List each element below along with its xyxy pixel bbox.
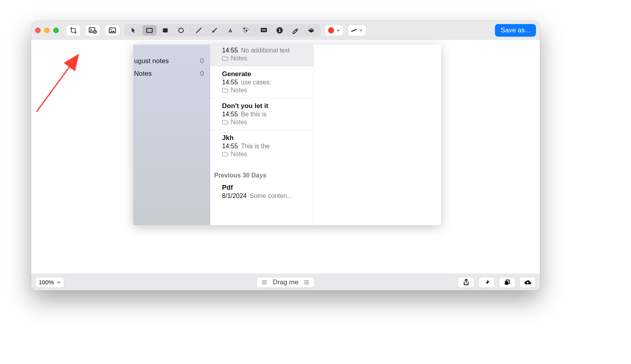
crop-icon [69, 26, 77, 34]
share-button[interactable] [458, 277, 474, 288]
svg-rect-12 [246, 28, 247, 29]
drag-label: Drag me [273, 278, 298, 286]
svg-rect-6 [147, 28, 152, 33]
note-item: Don't you let it 14:55Be this is Notes [210, 98, 313, 130]
svg-point-8 [179, 28, 183, 33]
note-time: 14:55 [222, 47, 238, 54]
note-time: 14:55 [222, 79, 238, 86]
tool-pointer[interactable] [127, 25, 141, 35]
add-image-button[interactable] [85, 24, 101, 36]
svg-point-5 [110, 29, 112, 30]
note-item: Jkh 14:55This is the Notes [210, 130, 313, 162]
note-folder: Notes [231, 87, 247, 94]
note-title: Jkh [222, 134, 305, 142]
upload-button[interactable] [519, 277, 536, 288]
tool-redact[interactable] [304, 25, 318, 35]
note-title: Don't you let it [222, 102, 305, 110]
minimize-window-button[interactable] [44, 28, 50, 33]
note-preview: use cases: [241, 79, 271, 86]
pin-icon [484, 279, 490, 286]
list-section-header: Previous 30 Days [210, 162, 313, 182]
note-preview: This is the [241, 143, 270, 149]
folder-icon [222, 88, 228, 93]
canvas-area[interactable]: ugust notes 0 Notes 0 14:55No additional… [31, 40, 540, 274]
close-window-button[interactable] [35, 28, 41, 33]
titlebar: 1 Save as... [31, 21, 540, 40]
svg-rect-16 [245, 32, 246, 33]
sidebar-item-count: 0 [200, 57, 204, 65]
zoom-selector[interactable]: 100% [35, 277, 64, 288]
pin-button[interactable] [478, 277, 495, 288]
fill-color-picker[interactable] [325, 24, 344, 36]
copy-button[interactable] [499, 277, 515, 288]
svg-rect-11 [243, 28, 245, 29]
picture-icon [108, 27, 117, 34]
crop-button[interactable] [66, 24, 81, 36]
redact-icon [307, 27, 315, 34]
note-preview: Some conten… [250, 192, 293, 199]
tool-filled-rect[interactable] [158, 25, 172, 35]
tool-highlight[interactable] [288, 25, 302, 35]
note-time: 14:55 [222, 143, 238, 149]
chevron-down-icon [336, 28, 340, 32]
note-folder: Notes [231, 119, 247, 126]
counter-icon: 1 [276, 27, 283, 34]
note-item-selected: 14:55No additional text Notes [210, 45, 313, 66]
sidebar-item-label: ugust notes [134, 57, 169, 65]
text-icon [227, 27, 233, 34]
tool-line[interactable] [192, 25, 206, 35]
tool-text[interactable] [223, 25, 237, 35]
note-time: 8/1/2024 [222, 192, 246, 199]
note-folder: Notes [231, 55, 247, 62]
svg-rect-15 [248, 29, 249, 30]
note-title: Pdf [222, 184, 305, 192]
tool-counter[interactable]: 1 [273, 25, 287, 35]
picture-button[interactable] [105, 24, 120, 36]
arrow-icon [211, 27, 218, 34]
svg-text:1: 1 [278, 28, 281, 33]
footer-bar: 100% Drag me [31, 274, 540, 290]
annotation-arrow [35, 52, 88, 114]
notes-list: 14:55No additional text Notes Generate 1… [210, 45, 314, 225]
svg-line-22 [37, 56, 78, 112]
callout-icon [260, 27, 268, 34]
tool-circle[interactable] [174, 25, 188, 35]
window-traffic-lights [35, 28, 59, 33]
tool-rectangle[interactable] [142, 25, 157, 35]
svg-rect-14 [246, 30, 247, 32]
tool-segmented-control: 1 [124, 24, 321, 37]
pointer-icon [131, 27, 136, 34]
folder-icon [222, 120, 228, 125]
grip-icon [304, 280, 310, 285]
note-folder: Notes [231, 151, 247, 158]
footer-actions [458, 277, 536, 288]
maximize-window-button[interactable] [53, 28, 59, 33]
chevron-down-icon [359, 28, 363, 32]
note-time: 14:55 [222, 111, 238, 118]
tool-callout[interactable] [257, 25, 271, 35]
sidebar-item-count: 0 [200, 70, 204, 78]
image-plus-icon [88, 27, 97, 34]
note-content-area [314, 45, 441, 225]
drag-handle[interactable]: Drag me [256, 277, 314, 288]
rectangle-icon [146, 28, 153, 33]
stroke-picker[interactable] [347, 24, 366, 36]
note-preview: Be this is [241, 111, 267, 118]
notes-sidebar: ugust notes 0 Notes 0 [133, 45, 210, 225]
svg-line-21 [352, 29, 357, 31]
chevron-down-icon [57, 280, 61, 284]
sidebar-item-label: Notes [134, 70, 151, 78]
tool-blur[interactable] [239, 25, 253, 35]
svg-line-9 [196, 28, 201, 33]
tool-arrow[interactable] [207, 25, 222, 35]
blur-icon [243, 27, 249, 34]
folder-icon [222, 56, 228, 61]
stroke-line-icon [351, 28, 357, 32]
svg-rect-18 [262, 30, 266, 30]
filled-rect-icon [162, 28, 168, 33]
save-as-button[interactable]: Save as... [495, 24, 536, 37]
app-window: 1 Save as... ugust notes [31, 21, 540, 290]
fill-color-swatch [328, 27, 334, 34]
circle-icon [178, 27, 184, 34]
note-title: Generate [222, 70, 305, 78]
